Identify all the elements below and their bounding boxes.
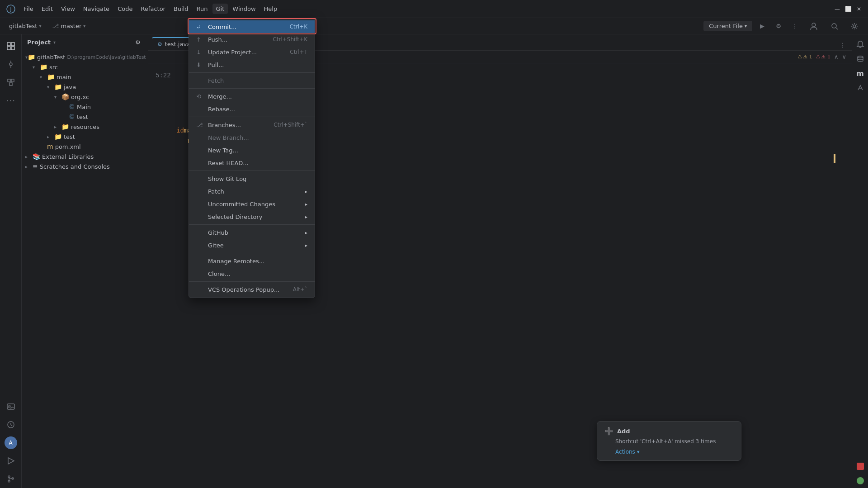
menu-view[interactable]: View <box>57 4 79 14</box>
menu-code[interactable]: Code <box>114 4 136 14</box>
tree-item-pom[interactable]: m pom.xml <box>22 142 148 152</box>
error-badge[interactable]: ⚠ ⚠ 1 <box>816 54 830 60</box>
git-patch-item[interactable]: Patch ▸ <box>189 185 315 198</box>
svg-point-10 <box>9 63 12 66</box>
current-file-dropdown-icon: ▾ <box>745 24 747 28</box>
tree-item-main-class[interactable]: © Main <box>22 102 148 112</box>
git-dropdown-menu[interactable]: ⤾ Commit... Ctrl+K ↑ Push... Ctrl+Shift+… <box>189 18 315 298</box>
more-button[interactable]: ⋮ <box>788 20 801 33</box>
tree-item-external-libs[interactable]: ▸ 📚 External Libraries <box>22 152 148 161</box>
folder-icon: 📁 <box>54 83 62 90</box>
show-log-label: Show Git Log <box>208 175 246 182</box>
notifications-icon[interactable] <box>854 38 867 51</box>
tree-item-resources[interactable]: ▸ 📁 resources <box>22 122 148 132</box>
uncommitted-submenu-arrow: ▸ <box>305 202 307 207</box>
git-merge-item[interactable]: ⟲ Merge... <box>189 90 315 103</box>
tree-item-java[interactable]: ▾ 📁 java <box>22 82 148 92</box>
warning-badge[interactable]: ⚠ ⚠ 1 <box>798 54 812 60</box>
tree-item-label: pom.xml <box>55 143 81 150</box>
gitee-label: Gitee <box>208 242 224 249</box>
git-branches-item[interactable]: ⎇ Branches... Ctrl+Shift+` <box>189 118 315 131</box>
menu-navigate[interactable]: Navigate <box>80 4 113 14</box>
git-commit-item[interactable]: ⤾ Commit... Ctrl+K <box>189 20 315 33</box>
git-new-tag-item[interactable]: New Tag... <box>189 144 315 156</box>
run-button[interactable]: ▶ <box>756 20 769 33</box>
git-manage-remotes-item[interactable]: Manage Remotes... <box>189 255 315 267</box>
separator-1 <box>189 72 315 73</box>
settings-gear-icon[interactable] <box>846 22 863 30</box>
tree-item-test-class[interactable]: © test <box>22 112 148 122</box>
tab-label: test.java <box>165 41 190 47</box>
menu-run[interactable]: Run <box>193 4 212 14</box>
folder-icon: 📁 <box>28 53 35 61</box>
menu-window[interactable]: Window <box>229 4 259 14</box>
git-push-item[interactable]: ↑ Push... Ctrl+Shift+K <box>189 33 315 46</box>
expand-icon[interactable]: ∧ <box>834 53 839 60</box>
minimize-button[interactable]: — <box>834 5 841 13</box>
tree-item-org-xc[interactable]: ▾ 📦 org.xc <box>22 92 148 102</box>
green-circle-icon[interactable] <box>854 474 867 487</box>
sidebar-header-icons: ⚙ <box>133 38 142 47</box>
close-button[interactable]: ✕ <box>855 5 863 13</box>
git-selected-dir-item[interactable]: Selected Directory ▸ <box>189 210 315 223</box>
menu-file[interactable]: File <box>20 4 37 14</box>
editor-more-tabs-icon[interactable]: ⋮ <box>837 42 848 48</box>
maximize-button[interactable]: ⬜ <box>844 5 852 13</box>
avatar-icon[interactable]: A <box>3 435 19 451</box>
git-uncommitted-item[interactable]: Uncommitted Changes ▸ <box>189 198 315 210</box>
git-vcs-operations-item[interactable]: VCS Operations Popup... Alt+` <box>189 283 315 296</box>
git-branch-icon[interactable] <box>3 471 19 487</box>
svg-point-21 <box>8 480 10 482</box>
letter-m-icon[interactable]: m <box>854 67 867 80</box>
branch-icon: ⎇ <box>52 23 59 29</box>
sidebar-tree: ▾ 📁 gitlabTest D:\programCode\java\gitla… <box>22 50 148 488</box>
tree-item-test-folder[interactable]: ▸ 📁 test <box>22 132 148 142</box>
separator-4 <box>189 171 315 171</box>
structure-icon[interactable] <box>3 74 19 90</box>
git-gitee-item[interactable]: Gitee ▸ <box>189 239 315 251</box>
tree-item-gitlabtest[interactable]: ▾ 📁 gitlabTest D:\programCode\java\gitla… <box>22 52 148 62</box>
project-view-icon[interactable] <box>3 38 19 54</box>
sidebar: Project ▾ ⚙ ▾ 📁 gitlabTest D:\programCod… <box>22 34 148 488</box>
user-icon[interactable] <box>805 22 823 31</box>
git-clone-item[interactable]: Clone... <box>189 267 315 280</box>
commit-icon[interactable] <box>3 56 19 72</box>
git-update-item[interactable]: ↓ Update Project... Ctrl+T <box>189 46 315 58</box>
scratches-icon: ≡ <box>33 163 38 170</box>
red-square-icon[interactable] <box>854 460 867 473</box>
run-configs-icon[interactable] <box>3 453 19 469</box>
git-pull-item[interactable]: ⬇ Pull... <box>189 58 315 71</box>
sidebar-title[interactable]: Project ▾ <box>27 39 56 46</box>
image-icon[interactable] <box>3 398 19 415</box>
tree-item-src[interactable]: ▾ 📁 src <box>22 62 148 72</box>
svg-rect-13 <box>8 79 10 82</box>
collapse-icon[interactable]: ∨ <box>842 53 846 60</box>
commit-shortcut: Ctrl+K <box>290 24 307 30</box>
chevron-icon: ▾ <box>54 95 61 99</box>
update-shortcut: Ctrl+T <box>290 49 307 55</box>
branch-selector[interactable]: ⎇ master ▾ <box>48 21 89 31</box>
settings-button[interactable]: ⚙ <box>772 20 785 33</box>
database-icon[interactable] <box>854 52 867 65</box>
tree-item-scratches[interactable]: ▸ ≡ Scratches and Consoles <box>22 161 148 171</box>
git-rebase-item[interactable]: Rebase... <box>189 103 315 115</box>
sidebar-settings-icon[interactable]: ⚙ <box>133 38 142 47</box>
gradle-icon[interactable] <box>854 81 867 94</box>
tree-item-label: main <box>57 74 71 81</box>
menu-help[interactable]: Help <box>260 4 281 14</box>
menu-edit[interactable]: Edit <box>38 4 57 14</box>
menu-build[interactable]: Build <box>170 4 192 14</box>
project-selector[interactable]: gitlabTest ▾ <box>5 21 45 31</box>
more-views-icon[interactable]: ⋯ <box>3 92 19 109</box>
merge-label: Merge... <box>208 93 232 100</box>
git-reset-head-item[interactable]: Reset HEAD... <box>189 156 315 169</box>
menu-git[interactable]: Git <box>212 4 228 14</box>
git-show-log-item[interactable]: Show Git Log <box>189 172 315 185</box>
history-icon[interactable] <box>3 417 19 433</box>
search-icon[interactable] <box>826 22 843 30</box>
push-icon: ↑ <box>196 36 205 43</box>
menu-refactor[interactable]: Refactor <box>137 4 169 14</box>
git-github-item[interactable]: GitHub ▸ <box>189 226 315 239</box>
tree-item-main-folder[interactable]: ▾ 📁 main <box>22 72 148 82</box>
current-file-button[interactable]: Current File ▾ <box>703 21 752 31</box>
